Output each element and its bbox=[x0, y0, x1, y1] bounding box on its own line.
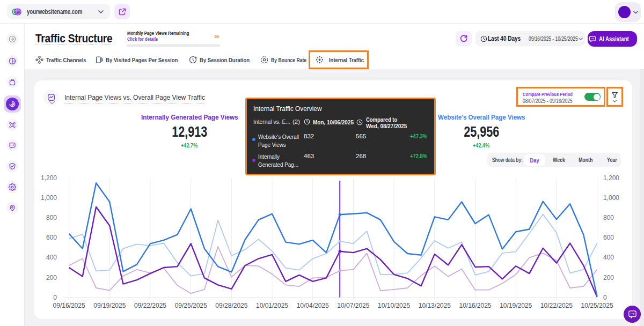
svg-text:09/22/2025: 09/22/2025 bbox=[134, 302, 166, 309]
svg-text:800: 800 bbox=[603, 214, 614, 221]
svg-text:10/04/2025: 10/04/2025 bbox=[297, 302, 329, 309]
svg-text:200: 200 bbox=[46, 274, 57, 281]
svg-text:1,200: 1,200 bbox=[41, 174, 57, 182]
svg-text:10/13/2025: 10/13/2025 bbox=[419, 302, 451, 309]
svg-text:10/16/2025: 10/16/2025 bbox=[459, 302, 491, 309]
svg-text:10/22/2025: 10/22/2025 bbox=[540, 302, 573, 309]
svg-text:10/01/2025: 10/01/2025 bbox=[256, 302, 288, 309]
svg-text:1,200: 1,200 bbox=[603, 174, 619, 182]
svg-text:400: 400 bbox=[603, 254, 614, 261]
svg-text:10/19/2025: 10/19/2025 bbox=[500, 302, 532, 309]
svg-text:0: 0 bbox=[53, 294, 57, 301]
svg-text:09/25/2025: 09/25/2025 bbox=[175, 302, 207, 309]
svg-text:800: 800 bbox=[46, 214, 57, 221]
svg-text:400: 400 bbox=[46, 254, 57, 261]
svg-text:09/28/2025: 09/28/2025 bbox=[215, 302, 247, 309]
svg-text:0: 0 bbox=[603, 294, 607, 301]
svg-text:600: 600 bbox=[46, 234, 57, 241]
svg-text:09/19/2025: 09/19/2025 bbox=[93, 302, 126, 309]
svg-text:600: 600 bbox=[603, 234, 614, 241]
svg-text:10/10/2025: 10/10/2025 bbox=[378, 302, 410, 309]
svg-text:200: 200 bbox=[603, 274, 614, 281]
svg-text:1,000: 1,000 bbox=[41, 194, 57, 202]
svg-text:1,000: 1,000 bbox=[603, 194, 619, 202]
svg-text:10/25/2025: 10/25/2025 bbox=[581, 302, 613, 309]
svg-text:09/16/2025: 09/16/2025 bbox=[53, 302, 85, 309]
svg-text:10/07/2025: 10/07/2025 bbox=[337, 302, 369, 309]
